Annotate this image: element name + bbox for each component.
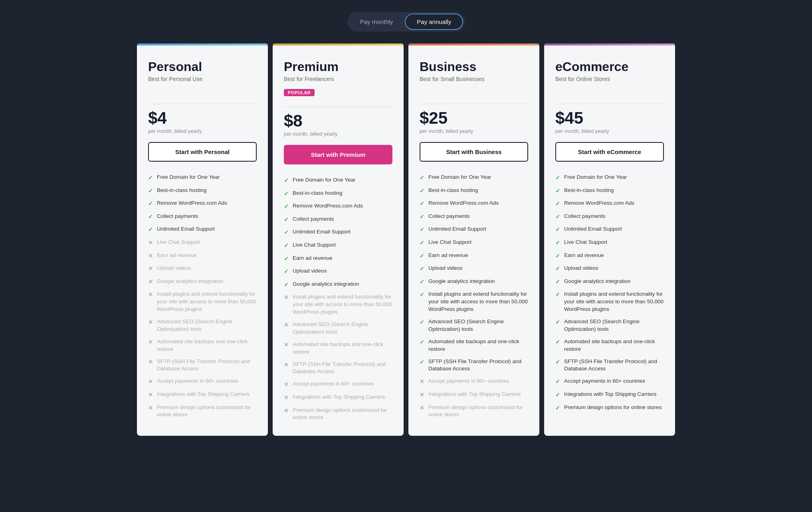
feature-item: ✕ Integrations with Top Shipping Carrier… [284, 391, 392, 404]
cross-icon: ✕ [420, 404, 424, 412]
feature-item: ✕ Live Chat Support [148, 236, 257, 249]
feature-text: Best-in-class hosting [564, 187, 614, 194]
feature-text: Live Chat Support [564, 239, 607, 246]
feature-text: Integrations with Top Shipping Carriers [293, 393, 385, 401]
feature-item: ✓ Free Domain for One Year [555, 171, 664, 184]
check-icon: ✓ [555, 252, 560, 260]
check-icon: ✓ [555, 265, 560, 273]
feature-text: Earn ad revenue [293, 255, 333, 262]
feature-item: ✓ Unlimited Email Support [420, 223, 528, 236]
plan-billing: per month, billed yearly [555, 128, 664, 134]
plan-cta-business[interactable]: Start with Business [420, 142, 528, 162]
check-icon: ✓ [284, 216, 289, 224]
check-icon: ✓ [555, 187, 560, 195]
feature-text: Best-in-class hosting [293, 190, 343, 197]
plan-billing: per month, billed yearly [420, 128, 528, 134]
feature-text: Live Chat Support [428, 239, 471, 246]
feature-text: Accept payments in 60+ countries [564, 378, 645, 385]
check-icon: ✓ [284, 255, 289, 263]
check-icon: ✓ [148, 187, 153, 195]
check-icon: ✓ [284, 229, 289, 237]
feature-item: ✕ Integrations with Top Shipping Carrier… [148, 388, 257, 401]
plan-billing: per month, billed yearly [284, 131, 392, 137]
feature-item: ✕ Accept payments in 60+ countries [148, 375, 257, 388]
feature-text: Earn ad revenue [428, 252, 468, 259]
feature-item: ✕ Premium design options customized for … [284, 404, 392, 424]
feature-text: Integrations with Top Shipping Carriers [564, 391, 657, 398]
feature-text: Accept payments in 60+ countries [428, 378, 509, 385]
plan-header: Premium Best for Freelancers POPULAR [284, 59, 392, 101]
feature-text: Google analytics integration [428, 278, 495, 285]
feature-text: SFTP (SSH File Transfer Protocol) and Da… [564, 358, 664, 373]
feature-text: Collect payments [428, 213, 470, 220]
plan-price: $45 [555, 110, 664, 127]
feature-item: ✓ Remove WordPress.com Ads [284, 200, 392, 213]
plan-card-business: Business Best for Small Businesses $25 p… [408, 43, 539, 436]
check-icon: ✓ [555, 278, 560, 286]
feature-text: Earn ad revenue [157, 252, 197, 259]
check-icon: ✓ [284, 268, 289, 276]
feature-item: ✓ Upload videos [284, 265, 392, 278]
feature-item: ✓ Free Domain for One Year [284, 174, 392, 187]
feature-text: Unlimited Email Support [293, 228, 351, 236]
feature-item: ✕ SFTP (SSH File Transfer Protocol) and … [284, 358, 392, 378]
check-icon: ✓ [284, 281, 289, 289]
cross-icon: ✕ [420, 378, 424, 386]
check-icon: ✓ [284, 242, 289, 250]
check-icon: ✓ [284, 190, 289, 198]
check-icon: ✓ [555, 200, 560, 208]
plan-card-premium: Premium Best for Freelancers POPULAR $8 … [273, 43, 404, 436]
check-icon: ✓ [555, 358, 560, 366]
check-icon: ✓ [420, 200, 424, 208]
check-icon: ✓ [148, 174, 153, 182]
feature-text: Free Domain for One Year [428, 174, 491, 181]
feature-item: ✓ Collect payments [148, 210, 257, 223]
check-icon: ✓ [420, 278, 424, 286]
feature-item: ✓ Unlimited Email Support [148, 223, 257, 236]
divider [148, 104, 257, 104]
feature-item: ✓ Remove WordPress.com Ads [420, 197, 528, 210]
spacer [148, 89, 257, 98]
feature-item: ✕ Accept payments in 60+ countries [284, 378, 392, 391]
feature-text: Install plugins and extend functionality… [564, 291, 664, 313]
plan-cta-ecommerce[interactable]: Start with eCommerce [555, 142, 664, 162]
feature-text: Advanced SEO (Search Engine Optimization… [564, 318, 664, 333]
plan-billing: per month, billed yearly [148, 128, 257, 134]
plans-container: Personal Best for Personal Use $4 per mo… [135, 43, 677, 436]
check-icon: ✓ [555, 239, 560, 247]
feature-item: ✕ Automated site backups and one-click r… [284, 338, 392, 358]
plan-tagline: Best for Online Stores [555, 76, 664, 82]
check-icon: ✓ [555, 318, 560, 326]
plan-cta-personal[interactable]: Start with Personal [148, 142, 257, 162]
plan-header: Personal Best for Personal Use [148, 59, 257, 98]
pay-annually-button[interactable]: Pay annually [405, 14, 463, 30]
feature-text: Best-in-class hosting [428, 187, 478, 194]
feature-item: ✕ Integrations with Top Shipping Carrier… [420, 388, 528, 401]
cross-icon: ✕ [284, 294, 289, 302]
pay-monthly-button[interactable]: Pay monthly [349, 14, 404, 30]
feature-text: Unlimited Email Support [564, 225, 622, 233]
feature-text: Upload videos [564, 265, 598, 272]
feature-text: Upload videos [428, 265, 463, 272]
feature-text: Collect payments [157, 213, 198, 220]
feature-item: ✕ Advanced SEO (Search Engine Optimizati… [284, 318, 392, 338]
feature-item: ✓ Premium design options for online stor… [555, 401, 664, 415]
feature-text: Best-in-class hosting [157, 187, 207, 194]
feature-text: Install plugins and extend functionality… [157, 291, 257, 313]
plan-price: $8 [284, 113, 392, 129]
feature-item: ✕ Automated site backups and one-click r… [148, 336, 257, 356]
feature-text: Advanced SEO (Search Engine Optimization… [293, 321, 392, 336]
feature-item: ✓ Best-in-class hosting [555, 184, 664, 198]
plan-price: $4 [148, 110, 257, 127]
plan-cta-premium[interactable]: Start with Premium [284, 145, 392, 164]
feature-item: ✕ Google analytics integration [148, 275, 257, 289]
feature-item: ✓ Best-in-class hosting [420, 184, 528, 198]
feature-item: ✓ Free Domain for One Year [420, 171, 528, 184]
check-icon: ✓ [420, 291, 424, 299]
feature-item: ✓ Live Chat Support [420, 236, 528, 249]
feature-text: Google analytics integration [157, 278, 224, 285]
feature-item: ✓ Google analytics integration [284, 278, 392, 291]
feature-item: ✓ Upload videos [420, 262, 528, 275]
cross-icon: ✕ [148, 404, 153, 412]
feature-item: ✓ Google analytics integration [420, 275, 528, 289]
